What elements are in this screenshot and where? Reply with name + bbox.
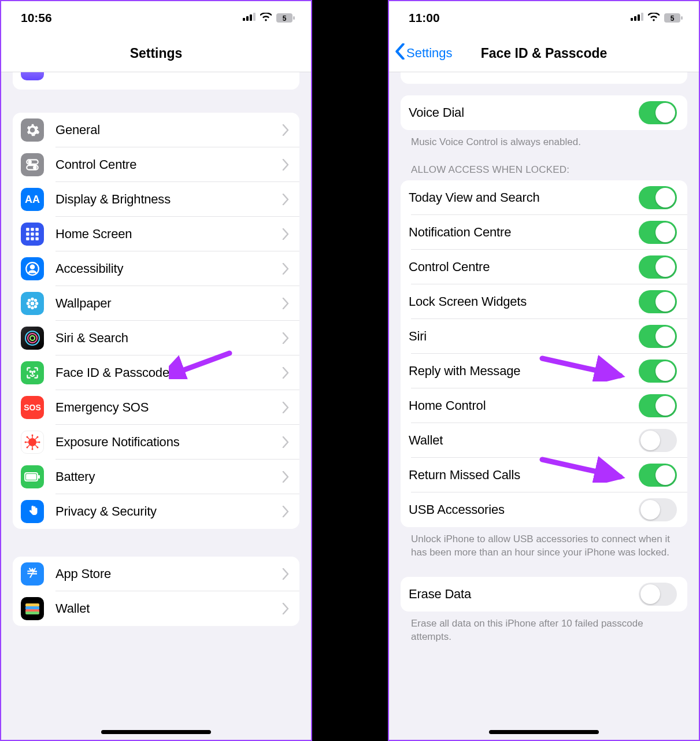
voice-dial-label: Voice Dial	[409, 105, 639, 120]
chevron-left-icon	[395, 43, 405, 63]
chevron-right-icon	[282, 194, 289, 205]
grid-icon	[21, 223, 44, 246]
row-label: Home Control	[409, 398, 639, 413]
allow-row-lock-widgets[interactable]: Lock Screen Widgets	[401, 284, 687, 319]
allow-row-home-control[interactable]: Home Control	[401, 388, 687, 423]
svg-point-32	[28, 334, 37, 343]
battery-icon: 5	[664, 13, 683, 23]
allow-row-return-missed[interactable]: Return Missed Calls	[401, 458, 687, 492]
settings-row-sos[interactable]: SOSEmergency SOS	[13, 390, 299, 425]
settings-row-privacy[interactable]: Privacy & Security	[13, 494, 299, 529]
allow-row-usb[interactable]: USB Accessories	[401, 492, 687, 527]
settings-row-siri[interactable]: Siri & Search	[13, 321, 299, 355]
settings-row-display[interactable]: AADisplay & Brightness	[13, 182, 299, 217]
row-label: Wallpaper	[55, 296, 282, 311]
battery-icon: 5	[276, 13, 295, 23]
chevron-right-icon	[282, 603, 289, 614]
settings-row-app-store[interactable]: App Store	[13, 557, 299, 591]
return-missed-toggle[interactable]	[639, 464, 677, 487]
settings-row-exposure[interactable]: Exposure Notifications	[13, 425, 299, 460]
status-icons: 5	[243, 13, 295, 24]
svg-rect-61	[631, 18, 633, 21]
settings-row-wallpaper[interactable]: Wallpaper	[13, 286, 299, 321]
svg-rect-3	[253, 13, 255, 21]
row-label: Reply with Message	[409, 364, 639, 379]
person-icon	[21, 257, 44, 280]
svg-point-29	[28, 305, 31, 308]
row-label: Accessibility	[55, 261, 282, 276]
settings-row-faceid[interactable]: Face ID & Passcode	[13, 355, 299, 390]
allow-row-reply-message[interactable]: Reply with Message	[401, 354, 687, 388]
settings-row-accessibility[interactable]: Accessibility	[13, 251, 299, 286]
svg-point-48	[39, 442, 40, 443]
settings-row-home-screen[interactable]: Home Screen	[13, 217, 299, 251]
row-label: Today View and Search	[409, 190, 639, 205]
home-control-toggle[interactable]	[639, 394, 677, 417]
svg-rect-12	[31, 228, 34, 231]
settings-content[interactable]: GeneralControl CentreAADisplay & Brightn…	[1, 72, 311, 740]
settings-row-wallet[interactable]: Wallet	[13, 591, 299, 626]
notification-centre-toggle[interactable]	[639, 221, 677, 244]
row-label: Privacy & Security	[55, 504, 282, 519]
svg-rect-54	[38, 475, 40, 479]
settings-row-general[interactable]: General	[13, 113, 299, 147]
settings-row-battery[interactable]: Battery	[13, 460, 299, 494]
status-time: 10:56	[21, 11, 52, 25]
siri-toggle[interactable]	[639, 325, 677, 348]
voice-dial-toggle[interactable]	[639, 101, 677, 124]
chevron-right-icon	[282, 402, 289, 413]
settings-screen: 10:56 5 Settings GeneralControl CentreAA…	[0, 0, 312, 741]
row-label: Wallet	[55, 601, 282, 616]
lock-widgets-toggle[interactable]	[639, 290, 677, 313]
faceid-content[interactable]: Voice Dial Music Voice Control is always…	[389, 72, 699, 740]
svg-rect-18	[31, 237, 34, 240]
svg-point-34	[30, 371, 31, 372]
allow-row-siri[interactable]: Siri	[401, 319, 687, 354]
voice-dial-row[interactable]: Voice Dial	[401, 95, 687, 130]
svg-point-49	[27, 436, 28, 438]
status-icons: 5	[631, 13, 683, 24]
control-centre-toggle[interactable]	[639, 255, 677, 279]
svg-point-25	[27, 302, 29, 305]
svg-point-10	[34, 166, 36, 169]
svg-point-36	[28, 438, 36, 446]
svg-point-52	[27, 447, 28, 449]
hand-icon	[21, 500, 44, 523]
wallet-icon	[21, 597, 44, 620]
allow-row-control-centre[interactable]: Control Centre	[401, 250, 687, 284]
svg-point-30	[34, 305, 37, 308]
today-view-toggle[interactable]	[639, 186, 677, 209]
status-bar: 11:00 5	[389, 1, 699, 35]
allow-row-notification-centre[interactable]: Notification Centre	[401, 215, 687, 250]
svg-rect-11	[26, 228, 29, 231]
row-label: Control Centre	[409, 260, 639, 275]
svg-rect-1	[246, 16, 249, 21]
row-label: USB Accessories	[409, 502, 639, 517]
svg-rect-17	[26, 237, 29, 240]
wallet-toggle[interactable]	[639, 429, 677, 452]
allow-row-today-view[interactable]: Today View and Search	[401, 180, 687, 215]
wifi-icon	[260, 13, 272, 24]
svg-point-23	[31, 298, 34, 301]
virus-icon	[21, 431, 44, 454]
usb-toggle[interactable]	[639, 498, 677, 521]
row-label: Return Missed Calls	[409, 468, 639, 483]
row-label: Display & Brightness	[55, 192, 282, 207]
svg-rect-62	[634, 16, 636, 21]
allow-row-wallet[interactable]: Wallet	[401, 423, 687, 458]
row-label: Lock Screen Widgets	[409, 294, 639, 309]
row-label: Siri	[409, 329, 639, 344]
erase-data-toggle[interactable]	[639, 583, 677, 606]
SOS-icon: SOS	[21, 396, 44, 419]
erase-data-row[interactable]: Erase Data	[401, 577, 687, 612]
chevron-right-icon	[282, 124, 289, 136]
reply-message-toggle[interactable]	[639, 360, 677, 383]
settings-row-control-centre[interactable]: Control Centre	[13, 147, 299, 182]
svg-rect-15	[31, 232, 34, 235]
siri-icon	[21, 327, 44, 350]
back-button[interactable]: Settings	[395, 43, 453, 63]
svg-rect-59	[25, 612, 39, 614]
svg-point-21	[31, 265, 35, 269]
svg-point-26	[35, 302, 38, 305]
svg-rect-66	[681, 16, 683, 20]
